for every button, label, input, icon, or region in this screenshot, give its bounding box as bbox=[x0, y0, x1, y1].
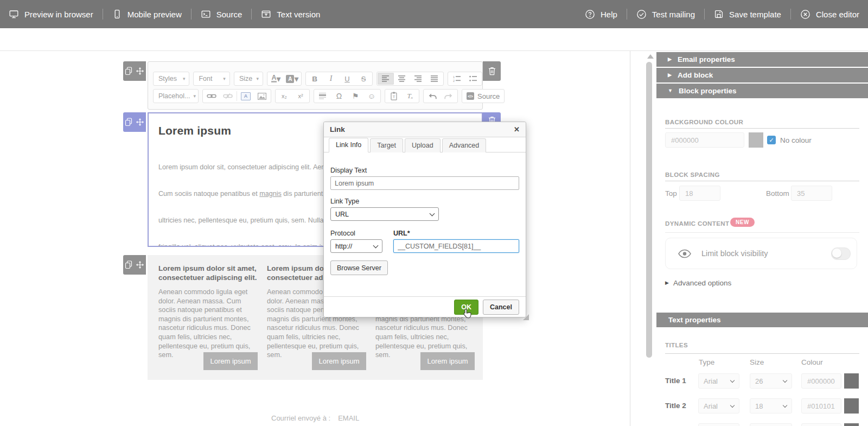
redo-button[interactable] bbox=[441, 90, 457, 102]
advanced-options-toggle[interactable]: ▶ Advanced options bbox=[665, 279, 731, 287]
block-spacing-section-label: BLOCK SPACING bbox=[665, 171, 720, 178]
no-colour-checkbox[interactable]: ✓ bbox=[767, 136, 776, 144]
dialog-title-bar[interactable]: Link ✕ bbox=[324, 122, 526, 137]
help-button[interactable]: Help bbox=[585, 9, 617, 20]
delete-block-button[interactable] bbox=[483, 61, 501, 81]
placeholder-combo-label: Placehol... bbox=[158, 92, 190, 100]
spacing-top-input[interactable] bbox=[679, 186, 720, 201]
scrollbar-up-arrow[interactable] bbox=[647, 54, 654, 59]
dialog-close-icon[interactable]: ✕ bbox=[514, 125, 520, 133]
columns-block-drag-handle[interactable] bbox=[123, 255, 146, 275]
title3-size-select-partial[interactable] bbox=[750, 423, 792, 426]
browse-server-button[interactable]: Browse Server bbox=[330, 260, 388, 275]
save-template-button[interactable]: Save template bbox=[714, 9, 781, 19]
mobile-preview-button[interactable]: Mobile preview bbox=[112, 9, 182, 19]
separator bbox=[251, 9, 252, 20]
titles-section-label: TITLES bbox=[665, 342, 688, 348]
insert-link-button[interactable] bbox=[203, 90, 220, 102]
title1-size-value: 26 bbox=[755, 377, 763, 385]
background-colour-input[interactable] bbox=[665, 132, 744, 148]
dialog-resize-handle[interactable] bbox=[523, 314, 529, 320]
close-editor-label: Close editor bbox=[816, 10, 859, 19]
unlink-button[interactable] bbox=[220, 90, 236, 102]
column-cta-button[interactable]: Lorem ipsum bbox=[203, 352, 258, 370]
test-mailing-button[interactable]: Test mailing bbox=[636, 9, 695, 20]
text-color-button[interactable]: A▾ bbox=[268, 73, 284, 85]
link-type-select[interactable]: URL bbox=[330, 207, 439, 221]
ok-button[interactable]: OK bbox=[454, 300, 478, 315]
align-center-button[interactable] bbox=[394, 73, 410, 85]
tab-advanced[interactable]: Advanced bbox=[442, 138, 487, 152]
remove-format-button[interactable]: Tₓ bbox=[402, 90, 418, 102]
source-code-button[interactable]: </> Source bbox=[467, 90, 500, 102]
tab-link-info[interactable]: Link Info bbox=[329, 138, 368, 152]
title3-colour-input-partial[interactable] bbox=[801, 423, 841, 426]
anchor-button[interactable]: A bbox=[238, 90, 254, 102]
align-left-button[interactable] bbox=[378, 73, 394, 85]
inline-link[interactable]: magnis bbox=[259, 190, 282, 198]
source-code-label: Source bbox=[477, 92, 500, 100]
url-input[interactable] bbox=[393, 239, 519, 253]
underline-button[interactable]: U bbox=[339, 73, 355, 85]
flag-button[interactable]: ⚑ bbox=[347, 90, 363, 102]
scrollbar-thumb[interactable] bbox=[646, 62, 652, 358]
styles-combo[interactable]: Styles ▾ bbox=[153, 72, 189, 86]
duplicate-icon bbox=[125, 67, 132, 75]
title2-colour-input[interactable] bbox=[801, 398, 841, 414]
title1-colour-input[interactable] bbox=[801, 373, 841, 389]
selected-block-drag-handle[interactable] bbox=[123, 112, 146, 132]
divider bbox=[665, 181, 859, 181]
close-editor-button[interactable]: Close editor bbox=[800, 9, 859, 20]
panel-text-properties[interactable]: Text properties bbox=[656, 313, 868, 327]
panel-block-properties[interactable]: ▼ Block properties bbox=[656, 84, 868, 98]
cancel-button[interactable]: Cancel bbox=[483, 300, 519, 315]
chevron-down-icon: ▾ bbox=[223, 76, 226, 81]
source-code-icon: </> bbox=[467, 92, 474, 100]
horizontal-rule-button[interactable] bbox=[315, 90, 331, 102]
background-colour-swatch[interactable] bbox=[749, 132, 763, 148]
title3-colour-swatch-partial[interactable] bbox=[844, 423, 859, 426]
smiley-button[interactable]: ☺ bbox=[363, 90, 380, 102]
column-cta-button[interactable]: Lorem ipsum bbox=[420, 352, 475, 370]
bulleted-list-button[interactable] bbox=[465, 73, 481, 85]
title3-type-select-partial[interactable] bbox=[698, 423, 739, 426]
limit-visibility-toggle[interactable] bbox=[831, 247, 851, 260]
column-cta-button[interactable]: Lorem ipsum bbox=[312, 352, 366, 370]
justify-button[interactable] bbox=[426, 73, 443, 85]
source-button[interactable]: Source bbox=[201, 9, 242, 19]
placeholder-combo[interactable]: Placehol... ▾ bbox=[153, 89, 199, 103]
subscript-button[interactable]: x₂ bbox=[276, 90, 292, 102]
special-character-button[interactable]: Ω bbox=[331, 90, 347, 102]
insert-image-button[interactable] bbox=[254, 90, 270, 102]
italic-button[interactable]: I bbox=[323, 73, 339, 85]
superscript-button[interactable]: x² bbox=[292, 90, 309, 102]
protocol-select[interactable]: http:// bbox=[330, 239, 382, 253]
title1-colour-swatch[interactable] bbox=[844, 373, 859, 389]
font-combo[interactable]: Font ▾ bbox=[193, 72, 229, 86]
title1-size-select[interactable]: 26 bbox=[750, 373, 792, 389]
tab-upload[interactable]: Upload bbox=[405, 138, 441, 152]
protocol-label: Protocol bbox=[330, 230, 382, 237]
numbered-list-button[interactable]: 12 bbox=[449, 73, 465, 85]
block-drag-handle[interactable] bbox=[123, 61, 146, 81]
title2-size-select[interactable]: 18 bbox=[750, 398, 792, 414]
background-color-button[interactable]: A▾ bbox=[284, 73, 301, 85]
panel-add-block[interactable]: ▶ Add block bbox=[656, 68, 868, 82]
align-right-button[interactable] bbox=[410, 73, 426, 85]
paste-from-word-button[interactable]: T bbox=[386, 90, 402, 102]
display-text-input[interactable] bbox=[330, 176, 519, 190]
title2-colour-swatch[interactable] bbox=[844, 398, 859, 414]
bold-button[interactable]: B bbox=[307, 73, 323, 85]
title2-type-select[interactable]: Arial bbox=[698, 398, 739, 414]
properties-sidebar: ▶ Email properties ▶ Add block ▼ Block p… bbox=[656, 51, 868, 426]
panel-email-properties[interactable]: ▶ Email properties bbox=[656, 52, 868, 67]
size-combo[interactable]: Size ▾ bbox=[234, 72, 263, 86]
strikethrough-button[interactable]: S bbox=[355, 73, 372, 85]
undo-button[interactable] bbox=[424, 90, 441, 102]
spacing-bottom-input[interactable] bbox=[791, 186, 832, 201]
title1-type-select[interactable]: Arial bbox=[698, 373, 739, 389]
text-version-button[interactable]: Text version bbox=[261, 9, 320, 19]
chevron-down-icon: ▾ bbox=[193, 93, 196, 99]
preview-in-browser-button[interactable]: Preview in browser bbox=[9, 9, 93, 19]
tab-target[interactable]: Target bbox=[370, 138, 403, 152]
